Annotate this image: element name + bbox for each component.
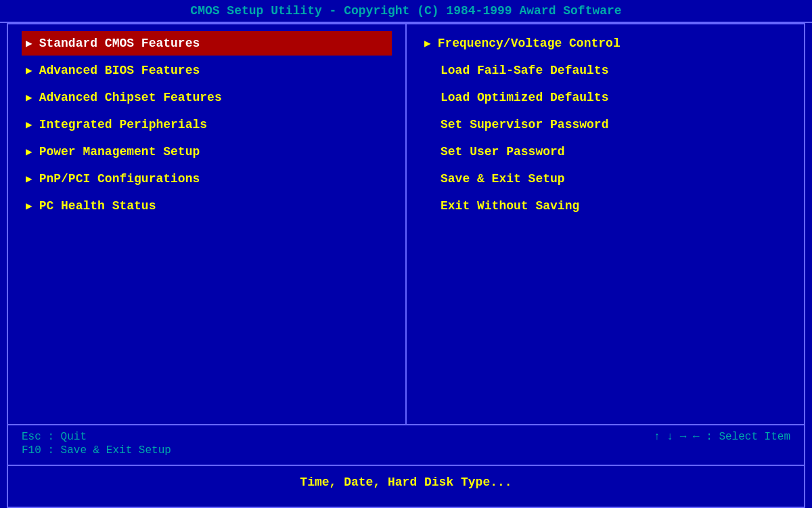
arrow-icon: ▶ bbox=[26, 145, 32, 158]
select-item-hint: ↑ ↓ → ← : Select Item bbox=[654, 431, 790, 443]
menu-item-label: Advanced BIOS Features bbox=[39, 64, 200, 77]
left-menu-item-6[interactable]: ▶PC Health Status bbox=[22, 194, 392, 218]
left-menu-item-5[interactable]: ▶PnP/PCI Configurations bbox=[22, 167, 392, 191]
bios-screen: CMOS Setup Utility - Copyright (C) 1984-… bbox=[0, 0, 812, 508]
key-hint-line-0: Esc : Quit bbox=[22, 431, 171, 443]
right-menu-item-0[interactable]: ▶Frequency/Voltage Control bbox=[420, 31, 790, 56]
main-area: ▶Standard CMOS Features▶Advanced BIOS Fe… bbox=[7, 23, 805, 508]
right-menu-item-1[interactable]: Load Fail-Safe Defaults bbox=[420, 58, 790, 83]
key-hints: Esc : QuitF10 : Save & Exit Setup ↑ ↓ → … bbox=[8, 425, 804, 466]
menu-item-label: Save & Exit Setup bbox=[441, 172, 565, 186]
menu-item-label: Set User Password bbox=[441, 145, 565, 158]
description-text: Time, Date, Hard Disk Type... bbox=[300, 475, 512, 489]
menu-panels: ▶Standard CMOS Features▶Advanced BIOS Fe… bbox=[8, 24, 804, 425]
arrow-icon: ▶ bbox=[26, 199, 32, 213]
footer-area: Esc : QuitF10 : Save & Exit Setup ↑ ↓ → … bbox=[8, 425, 804, 507]
menu-item-label: Load Fail-Safe Defaults bbox=[441, 64, 608, 77]
title-text: CMOS Setup Utility - Copyright (C) 1984-… bbox=[190, 4, 621, 18]
menu-item-label: Integrated Peripherials bbox=[39, 118, 207, 131]
right-menu-item-3[interactable]: Set Supervisor Password bbox=[420, 112, 790, 137]
right-menu-item-2[interactable]: Load Optimized Defaults bbox=[420, 85, 790, 110]
right-panel: ▶Frequency/Voltage ControlLoad Fail-Safe… bbox=[407, 24, 804, 424]
menu-item-label: Exit Without Saving bbox=[441, 199, 579, 213]
key-hint-line-1: F10 : Save & Exit Setup bbox=[22, 444, 171, 457]
key-hints-left: Esc : QuitF10 : Save & Exit Setup bbox=[22, 431, 171, 457]
right-menu-item-4[interactable]: Set User Password bbox=[420, 140, 790, 164]
arrow-icon: ▶ bbox=[424, 37, 431, 50]
menu-item-label: Advanced Chipset Features bbox=[39, 91, 222, 104]
arrow-icon: ▶ bbox=[26, 172, 32, 186]
left-menu-item-2[interactable]: ▶Advanced Chipset Features bbox=[22, 85, 392, 110]
right-menu-item-5[interactable]: Save & Exit Setup bbox=[420, 167, 790, 191]
arrow-icon: ▶ bbox=[26, 91, 32, 104]
menu-item-label: PnP/PCI Configurations bbox=[39, 172, 200, 186]
menu-item-label: Power Management Setup bbox=[39, 145, 200, 158]
key-hints-right: ↑ ↓ → ← : Select Item bbox=[654, 431, 790, 443]
menu-item-label: Set Supervisor Password bbox=[441, 118, 608, 131]
menu-item-label: Frequency/Voltage Control bbox=[438, 37, 621, 50]
arrow-icon: ▶ bbox=[26, 37, 32, 50]
left-menu-item-1[interactable]: ▶Advanced BIOS Features bbox=[22, 58, 392, 83]
left-panel: ▶Standard CMOS Features▶Advanced BIOS Fe… bbox=[8, 24, 407, 424]
left-menu-item-0[interactable]: ▶Standard CMOS Features bbox=[22, 31, 392, 56]
left-menu-item-4[interactable]: ▶Power Management Setup bbox=[22, 140, 392, 164]
right-menu-item-6[interactable]: Exit Without Saving bbox=[420, 194, 790, 218]
arrow-icon: ▶ bbox=[26, 64, 32, 77]
menu-item-label: PC Health Status bbox=[39, 199, 156, 213]
arrow-icon: ▶ bbox=[26, 118, 32, 131]
menu-item-label: Load Optimized Defaults bbox=[441, 91, 608, 104]
description-bar: Time, Date, Hard Disk Type... bbox=[8, 466, 804, 507]
title-bar: CMOS Setup Utility - Copyright (C) 1984-… bbox=[0, 0, 812, 23]
left-menu-item-3[interactable]: ▶Integrated Peripherials bbox=[22, 112, 392, 137]
menu-item-label: Standard CMOS Features bbox=[39, 37, 200, 50]
